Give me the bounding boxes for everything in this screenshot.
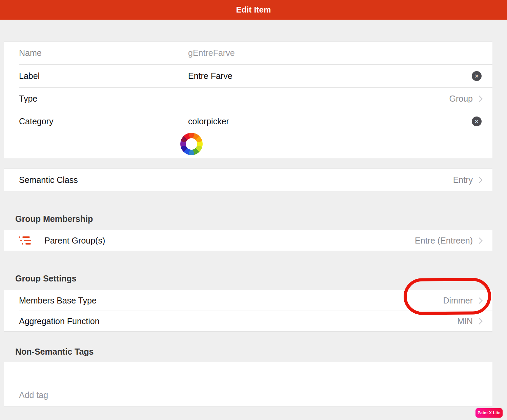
chevron-right-icon bbox=[476, 177, 482, 183]
watermark-badge: Paint X Lite bbox=[475, 408, 503, 418]
name-label: Name bbox=[19, 48, 188, 58]
semantic-class-label: Semantic Class bbox=[19, 175, 453, 185]
parent-groups-label: Parent Group(s) bbox=[44, 236, 105, 246]
category-row: Category ✕ bbox=[4, 110, 492, 158]
parent-groups-value: Entre (Entreen) bbox=[415, 236, 473, 246]
tags-empty-row bbox=[4, 362, 492, 384]
chevron-right-icon bbox=[476, 96, 482, 102]
type-label: Type bbox=[19, 94, 449, 104]
label-label: Label bbox=[19, 71, 188, 81]
aggregation-function-row[interactable]: Aggregation Function MIN bbox=[4, 311, 492, 331]
label-row: Label ✕ bbox=[4, 65, 492, 87]
semantic-class-row[interactable]: Semantic Class Entry bbox=[4, 169, 492, 191]
name-row: Name bbox=[4, 42, 492, 64]
name-input bbox=[188, 48, 482, 58]
list-icon bbox=[19, 236, 31, 245]
parent-groups-row[interactable]: Parent Group(s) Entre (Entreen) bbox=[4, 230, 492, 251]
type-value: Group bbox=[449, 94, 473, 104]
page-title: Edit Item bbox=[236, 5, 271, 15]
members-base-type-value: Dimmer bbox=[443, 296, 473, 306]
navbar: Edit Item bbox=[0, 0, 507, 20]
clear-label-icon[interactable]: ✕ bbox=[472, 71, 482, 81]
label-input[interactable] bbox=[188, 71, 472, 81]
group-membership-header: Group Membership bbox=[0, 214, 507, 224]
members-base-type-row[interactable]: Members Base Type Dimmer bbox=[4, 290, 492, 311]
non-semantic-tags-header: Non-Semantic Tags bbox=[0, 346, 507, 357]
chevron-right-icon bbox=[476, 318, 482, 324]
semantic-class-value: Entry bbox=[453, 175, 473, 185]
members-base-type-label: Members Base Type bbox=[19, 296, 443, 306]
group-settings-card: Members Base Type Dimmer Aggregation Fun… bbox=[4, 290, 492, 332]
item-details-card: Name Label ✕ Type Group Category ✕ bbox=[4, 41, 492, 158]
group-membership-card: Parent Group(s) Entre (Entreen) bbox=[4, 230, 492, 251]
category-input-row: Category ✕ bbox=[4, 110, 492, 133]
chevron-right-icon bbox=[476, 297, 482, 303]
tags-card bbox=[4, 362, 492, 406]
color-wheel-icon bbox=[180, 133, 203, 155]
category-label: Category bbox=[19, 117, 188, 126]
semantic-class-card: Semantic Class Entry bbox=[4, 168, 492, 191]
aggregation-function-label: Aggregation Function bbox=[19, 316, 457, 326]
clear-category-icon[interactable]: ✕ bbox=[472, 117, 482, 126]
add-tag-input[interactable] bbox=[19, 390, 482, 400]
add-tag-row bbox=[4, 384, 492, 406]
group-settings-header: Group Settings bbox=[0, 273, 507, 284]
type-row[interactable]: Type Group bbox=[4, 88, 492, 110]
category-input[interactable] bbox=[188, 117, 472, 126]
category-icon-holder bbox=[4, 133, 492, 158]
chevron-right-icon bbox=[476, 237, 482, 244]
aggregation-function-value: MIN bbox=[457, 316, 473, 326]
